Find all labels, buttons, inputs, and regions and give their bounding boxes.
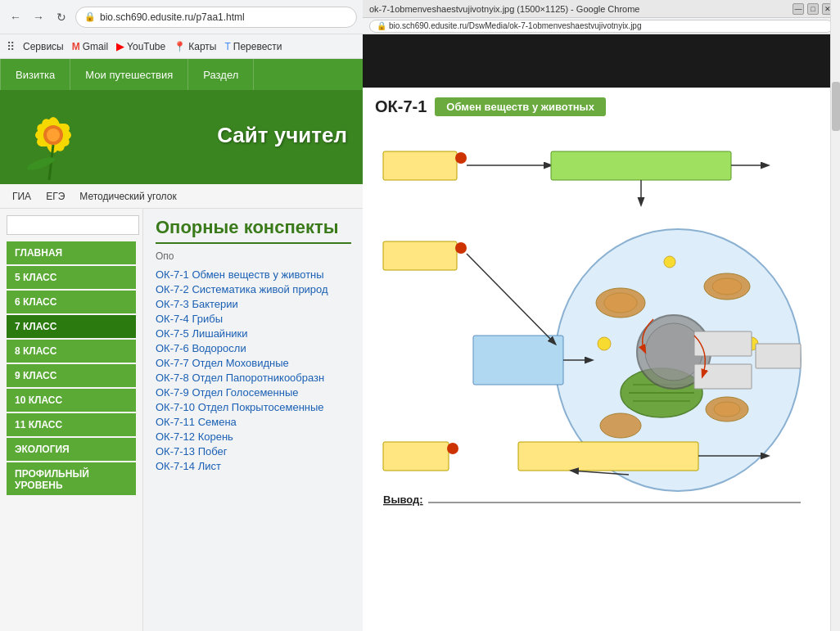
list-item: ОК-7-4 Грибы xyxy=(156,313,351,325)
right-window-title: ok-7-1obmenveshaestvujivotnуix.jpg (1500… xyxy=(369,4,640,14)
nav-ege[interactable]: ЕГЭ xyxy=(46,191,65,202)
svg-point-24 xyxy=(600,413,641,438)
bookmark-translate[interactable]: T Перевести xyxy=(224,41,282,52)
list-item: ОК-7-11 Семена xyxy=(156,416,351,428)
content-title: Опорные конспекты xyxy=(156,217,351,244)
translate-icon: T xyxy=(224,41,230,52)
svg-point-8 xyxy=(47,128,60,142)
right-browser-window: ok-7-1obmenveshaestvujivotnуix.jpg (1500… xyxy=(363,0,840,631)
sidebar-item-8klass[interactable]: 8 КЛАСС xyxy=(7,340,136,363)
svg-rect-36 xyxy=(473,336,563,385)
sidebar-item-11klass[interactable]: 11 КЛАСС xyxy=(7,413,136,436)
list-item: ОК-7-2 Систематика живой природ xyxy=(156,283,351,295)
gmail-label: Gmail xyxy=(83,41,108,52)
list-item: ОК-7-6 Водоросли xyxy=(156,342,351,354)
nav-vizitka[interactable]: Визитка xyxy=(0,59,70,90)
bookmark-gmail[interactable]: M Gmail xyxy=(72,41,108,52)
bookmarks-bar: ⠿ Сервисы M Gmail ▶ YouTube 📍 Карты T Пе… xyxy=(0,34,364,59)
main-area: Найти ГЛАВНАЯ 5 КЛАСС 6 КЛАСС 7 КЛАСС 8 … xyxy=(0,209,364,631)
nav-metodic[interactable]: Методический уголок xyxy=(79,191,176,202)
svg-rect-38 xyxy=(383,241,457,270)
sidebar-item-5klass[interactable]: 5 КЛАСС xyxy=(7,266,136,289)
list-item: ОК-7-12 Корень xyxy=(156,430,351,443)
link-ok713[interactable]: ОК-7-13 Побег xyxy=(156,445,228,457)
secondary-nav: ГИА ЕГЭ Методический уголок xyxy=(0,184,364,209)
sidebar-item-6klass[interactable]: 6 КЛАСС xyxy=(7,291,136,313)
link-ok79[interactable]: ОК-7-9 Отдел Голосеменные xyxy=(156,386,299,399)
left-url: bio.sch690.edusite.ru/p7aa1.html xyxy=(100,11,245,23)
ok-number: ОК-7-1 xyxy=(375,97,427,116)
scroll-thumb[interactable] xyxy=(832,82,840,131)
right-address-bar[interactable]: 🔒 bio.sch690.edusite.ru/DswMedia/ok-7-1o… xyxy=(369,20,833,33)
link-ok77[interactable]: ОК-7-7 Отдел Моховидные xyxy=(156,357,289,369)
left-address-bar[interactable]: 🔒 bio.sch690.edusite.ru/p7aa1.html xyxy=(75,7,357,28)
back-button[interactable]: ← xyxy=(7,8,25,26)
svg-rect-11 xyxy=(383,151,457,180)
nav-gia[interactable]: ГИА xyxy=(12,191,31,202)
nav-razdel[interactable]: Раздел xyxy=(188,59,254,90)
svg-rect-46 xyxy=(756,344,801,368)
youtube-label: YouTube xyxy=(127,41,165,52)
link-ok71[interactable]: ОК-7-1 Обмен веществ у животны xyxy=(156,268,324,281)
nav-travels[interactable]: Мои путешествия xyxy=(70,59,188,90)
svg-point-42 xyxy=(447,443,458,454)
diagram-title-badge: Обмен веществ у животных xyxy=(435,97,606,116)
link-ok72[interactable]: ОК-7-2 Систематика живой природ xyxy=(156,283,328,295)
svg-rect-43 xyxy=(518,442,698,471)
svg-point-31 xyxy=(598,337,611,350)
translate-label: Перевести xyxy=(233,41,282,52)
bookmark-services[interactable]: Сервисы xyxy=(23,41,64,52)
right-addr-area: 🔒 bio.sch690.edusite.ru/DswMedia/ok-7-1o… xyxy=(363,18,840,34)
svg-rect-41 xyxy=(383,442,449,471)
site-title: Сайт учител xyxy=(217,123,347,148)
link-ok712[interactable]: ОК-7-12 Корень xyxy=(156,430,233,443)
link-ok714[interactable]: ОК-7-14 Лист xyxy=(156,460,221,472)
link-ok710[interactable]: ОК-7-10 Отдел Покрытосеменные xyxy=(156,401,324,413)
search-input[interactable] xyxy=(7,215,139,235)
link-ok75[interactable]: ОК-7-5 Лишайники xyxy=(156,327,248,340)
bookmark-maps[interactable]: 📍 Карты xyxy=(174,41,216,52)
left-browser-window: ← → ↻ 🔒 bio.sch690.edusite.ru/p7aa1.html… xyxy=(0,0,364,631)
metabolism-diagram: Вывод: xyxy=(375,123,809,524)
apps-icon: ⠿ xyxy=(7,40,15,53)
maximize-button[interactable]: □ xyxy=(807,3,819,15)
list-item: ОК-7-13 Побег xyxy=(156,445,351,457)
image-viewer-dark xyxy=(363,34,840,88)
link-list: ОК-7-1 Обмен веществ у животны ОК-7-2 Си… xyxy=(156,268,351,472)
svg-line-40 xyxy=(467,254,555,344)
bookmark-youtube[interactable]: ▶ YouTube xyxy=(116,40,165,52)
svg-point-33 xyxy=(664,256,675,268)
breadcrumb: Опо xyxy=(156,250,351,262)
list-item: ОК-7-7 Отдел Моховидные xyxy=(156,357,351,369)
minimize-button[interactable]: — xyxy=(793,3,804,15)
list-item: ОК-7-14 Лист xyxy=(156,460,351,472)
link-ok78[interactable]: ОК-7-8 Отдел Папоротникообразн xyxy=(156,372,324,384)
refresh-button[interactable]: ↻ xyxy=(52,8,70,26)
title-buttons: — □ ✕ xyxy=(793,3,833,15)
left-top-bar: ← → ↻ 🔒 bio.sch690.edusite.ru/p7aa1.html xyxy=(0,0,364,34)
list-item: ОК-7-9 Отдел Голосеменные xyxy=(156,386,351,399)
sidebar-item-9klass[interactable]: 9 КЛАСС xyxy=(7,364,136,387)
link-ok73[interactable]: ОК-7-3 Бактерии xyxy=(156,298,238,310)
link-ok74[interactable]: ОК-7-4 Грибы xyxy=(156,313,223,325)
sidebar-item-ecology[interactable]: ЭКОЛОГИЯ xyxy=(7,438,136,461)
green-nav: Визитка Мои путешествия Раздел xyxy=(0,59,364,90)
lock-icon: 🔒 xyxy=(84,11,96,22)
sidebar-item-7klass[interactable]: 7 КЛАСС xyxy=(7,315,136,338)
sidebar-item-10klass[interactable]: 10 КЛАСС xyxy=(7,389,136,412)
sidebar-item-profile[interactable]: ПРОФИЛЬНЫЙ УРОВЕНЬ xyxy=(7,462,136,495)
link-ok76[interactable]: ОК-7-6 Водоросли xyxy=(156,342,246,354)
svg-point-21 xyxy=(712,278,742,295)
svg-text:Вывод:: Вывод: xyxy=(383,494,423,506)
youtube-icon: ▶ xyxy=(116,40,124,52)
maps-icon: 📍 xyxy=(174,41,186,52)
svg-point-19 xyxy=(604,293,637,313)
daffodil-image xyxy=(0,90,115,184)
sidebar-item-glavnaya[interactable]: ГЛАВНАЯ xyxy=(7,241,136,264)
right-scrollbar[interactable] xyxy=(830,0,840,631)
image-content: ОК-7-1 Обмен веществ у животных xyxy=(363,88,840,631)
content-area: Опорные конспекты Опо ОК-7-1 Обмен вещес… xyxy=(143,209,364,631)
link-ok711[interactable]: ОК-7-11 Семена xyxy=(156,416,237,428)
forward-button[interactable]: → xyxy=(29,8,47,26)
right-url: bio.sch690.edusite.ru/DswMedia/ok-7-1obm… xyxy=(389,21,642,30)
